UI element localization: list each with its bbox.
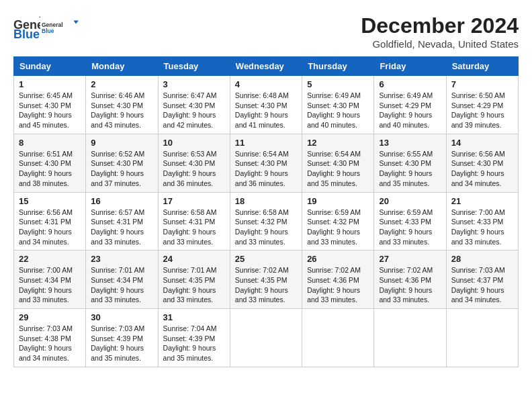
day-number: 14 [451, 138, 513, 148]
cell-details: Sunrise: 6:51 AMSunset: 4:30 PMDaylight:… [19, 149, 81, 189]
cell-details: Sunrise: 7:03 AMSunset: 4:37 PMDaylight:… [451, 265, 513, 305]
cell-content: 29 Sunrise: 7:03 AMSunset: 4:38 PMDaylig… [19, 312, 81, 363]
calendar-cell: 19 Sunrise: 6:59 AMSunset: 4:32 PMDaylig… [302, 192, 374, 250]
cell-details: Sunrise: 6:53 AMSunset: 4:30 PMDaylight:… [163, 149, 225, 189]
calendar-cell: 26 Sunrise: 7:02 AMSunset: 4:36 PMDaylig… [302, 250, 374, 309]
calendar-cell [302, 309, 374, 367]
calendar-cell: 23 Sunrise: 7:01 AMSunset: 4:34 PMDaylig… [86, 250, 158, 309]
cell-details: Sunrise: 6:56 AMSunset: 4:30 PMDaylight:… [451, 149, 513, 189]
calendar-cell [374, 309, 446, 367]
cell-details: Sunrise: 7:03 AMSunset: 4:39 PMDaylight:… [91, 324, 152, 363]
svg-marker-4 [74, 21, 79, 24]
calendar-cell: 4 Sunrise: 6:48 AMSunset: 4:30 PMDayligh… [230, 76, 302, 134]
day-number: 30 [91, 312, 152, 322]
calendar-cell: 5 Sunrise: 6:49 AMSunset: 4:30 PMDayligh… [302, 76, 374, 134]
cell-content: 21 Sunrise: 7:00 AMSunset: 4:33 PMDaylig… [451, 196, 513, 247]
cell-details: Sunrise: 6:55 AMSunset: 4:30 PMDaylight:… [379, 149, 441, 189]
page-header: General Blue General Blue December 2024 … [13, 13, 519, 50]
day-number: 6 [379, 79, 441, 89]
day-number: 1 [19, 79, 81, 89]
cell-details: Sunrise: 7:02 AMSunset: 4:36 PMDaylight:… [307, 265, 369, 305]
column-header-sunday: Sunday [14, 57, 86, 76]
day-number: 20 [379, 196, 441, 206]
calendar-cell: 9 Sunrise: 6:52 AMSunset: 4:30 PMDayligh… [86, 134, 158, 192]
svg-marker-2 [39, 14, 40, 17]
calendar-cell: 6 Sunrise: 6:49 AMSunset: 4:29 PMDayligh… [374, 76, 446, 134]
calendar-cell [446, 309, 518, 367]
cell-content: 24 Sunrise: 7:01 AMSunset: 4:35 PMDaylig… [163, 254, 225, 305]
calendar-cell: 27 Sunrise: 7:02 AMSunset: 4:36 PMDaylig… [374, 250, 446, 309]
cell-details: Sunrise: 6:52 AMSunset: 4:30 PMDaylight:… [91, 149, 152, 189]
header-row: SundayMondayTuesdayWednesdayThursdayFrid… [14, 57, 519, 76]
cell-details: Sunrise: 6:57 AMSunset: 4:31 PMDaylight:… [91, 208, 152, 247]
cell-content: 17 Sunrise: 6:58 AMSunset: 4:31 PMDaylig… [163, 196, 225, 247]
cell-content: 13 Sunrise: 6:55 AMSunset: 4:30 PMDaylig… [379, 138, 441, 189]
day-number: 8 [19, 138, 81, 148]
calendar-cell: 3 Sunrise: 6:47 AMSunset: 4:30 PMDayligh… [158, 76, 230, 134]
calendar-cell: 21 Sunrise: 7:00 AMSunset: 4:33 PMDaylig… [446, 192, 518, 250]
cell-content: 5 Sunrise: 6:49 AMSunset: 4:30 PMDayligh… [307, 79, 369, 130]
cell-content: 26 Sunrise: 7:02 AMSunset: 4:36 PMDaylig… [307, 254, 369, 305]
calendar-cell: 14 Sunrise: 6:56 AMSunset: 4:30 PMDaylig… [446, 134, 518, 192]
column-header-thursday: Thursday [302, 57, 374, 76]
cell-details: Sunrise: 7:04 AMSunset: 4:39 PMDaylight:… [163, 324, 225, 363]
calendar-cell: 8 Sunrise: 6:51 AMSunset: 4:30 PMDayligh… [14, 134, 86, 192]
day-number: 28 [451, 254, 513, 264]
cell-content: 16 Sunrise: 6:57 AMSunset: 4:31 PMDaylig… [91, 196, 152, 247]
day-number: 9 [91, 138, 152, 148]
cell-content: 14 Sunrise: 6:56 AMSunset: 4:30 PMDaylig… [451, 138, 513, 189]
cell-content: 12 Sunrise: 6:54 AMSunset: 4:30 PMDaylig… [307, 138, 369, 189]
calendar-cell: 12 Sunrise: 6:54 AMSunset: 4:30 PMDaylig… [302, 134, 374, 192]
cell-content: 4 Sunrise: 6:48 AMSunset: 4:30 PMDayligh… [235, 79, 297, 130]
logo-svg: General Blue [42, 13, 79, 42]
cell-details: Sunrise: 6:59 AMSunset: 4:32 PMDaylight:… [307, 208, 369, 247]
cell-details: Sunrise: 7:00 AMSunset: 4:33 PMDaylight:… [451, 208, 513, 247]
calendar-cell: 24 Sunrise: 7:01 AMSunset: 4:35 PMDaylig… [158, 250, 230, 309]
cell-details: Sunrise: 6:49 AMSunset: 4:30 PMDaylight:… [307, 91, 369, 130]
title-block: December 2024 Goldfield, Nevada, United … [361, 13, 519, 50]
day-number: 7 [451, 79, 513, 89]
cell-details: Sunrise: 6:48 AMSunset: 4:30 PMDaylight:… [235, 91, 297, 130]
calendar-cell [230, 309, 302, 367]
column-header-wednesday: Wednesday [230, 57, 302, 76]
cell-content: 1 Sunrise: 6:45 AMSunset: 4:30 PMDayligh… [19, 79, 81, 130]
cell-details: Sunrise: 6:50 AMSunset: 4:29 PMDaylight:… [451, 91, 513, 130]
cell-details: Sunrise: 7:03 AMSunset: 4:38 PMDaylight:… [19, 324, 81, 363]
calendar-cell: 17 Sunrise: 6:58 AMSunset: 4:31 PMDaylig… [158, 192, 230, 250]
week-row-3: 15 Sunrise: 6:56 AMSunset: 4:31 PMDaylig… [14, 192, 519, 250]
cell-details: Sunrise: 6:45 AMSunset: 4:30 PMDaylight:… [19, 91, 81, 130]
week-row-2: 8 Sunrise: 6:51 AMSunset: 4:30 PMDayligh… [14, 134, 519, 192]
calendar-cell: 31 Sunrise: 7:04 AMSunset: 4:39 PMDaylig… [158, 309, 230, 367]
cell-details: Sunrise: 7:02 AMSunset: 4:35 PMDaylight:… [235, 265, 297, 305]
cell-content: 23 Sunrise: 7:01 AMSunset: 4:34 PMDaylig… [91, 254, 152, 305]
cell-details: Sunrise: 6:54 AMSunset: 4:30 PMDaylight:… [235, 149, 297, 189]
cell-details: Sunrise: 7:01 AMSunset: 4:34 PMDaylight:… [91, 265, 152, 305]
svg-text:Blue: Blue [42, 28, 54, 34]
day-number: 5 [307, 79, 369, 89]
column-header-monday: Monday [86, 57, 158, 76]
svg-text:General: General [42, 21, 63, 28]
calendar-cell: 18 Sunrise: 6:58 AMSunset: 4:32 PMDaylig… [230, 192, 302, 250]
day-number: 21 [451, 196, 513, 206]
location: Goldfield, Nevada, United States [361, 38, 519, 50]
cell-content: 8 Sunrise: 6:51 AMSunset: 4:30 PMDayligh… [19, 138, 81, 189]
day-number: 24 [163, 254, 225, 264]
day-number: 10 [163, 138, 225, 148]
column-header-friday: Friday [374, 57, 446, 76]
column-header-saturday: Saturday [446, 57, 518, 76]
week-row-4: 22 Sunrise: 7:00 AMSunset: 4:34 PMDaylig… [14, 250, 519, 309]
cell-content: 10 Sunrise: 6:53 AMSunset: 4:30 PMDaylig… [163, 138, 225, 189]
cell-content: 30 Sunrise: 7:03 AMSunset: 4:39 PMDaylig… [91, 312, 152, 363]
cell-details: Sunrise: 7:02 AMSunset: 4:36 PMDaylight:… [379, 265, 441, 305]
svg-text:Blue: Blue [13, 28, 40, 41]
day-number: 12 [307, 138, 369, 148]
cell-details: Sunrise: 6:56 AMSunset: 4:31 PMDaylight:… [19, 208, 81, 247]
cell-details: Sunrise: 7:00 AMSunset: 4:34 PMDaylight:… [19, 265, 81, 305]
cell-content: 31 Sunrise: 7:04 AMSunset: 4:39 PMDaylig… [163, 312, 225, 363]
day-number: 26 [307, 254, 369, 264]
calendar-cell: 22 Sunrise: 7:00 AMSunset: 4:34 PMDaylig… [14, 250, 86, 309]
day-number: 18 [235, 196, 297, 206]
calendar-cell: 16 Sunrise: 6:57 AMSunset: 4:31 PMDaylig… [86, 192, 158, 250]
column-header-tuesday: Tuesday [158, 57, 230, 76]
cell-details: Sunrise: 6:49 AMSunset: 4:29 PMDaylight:… [379, 91, 441, 130]
